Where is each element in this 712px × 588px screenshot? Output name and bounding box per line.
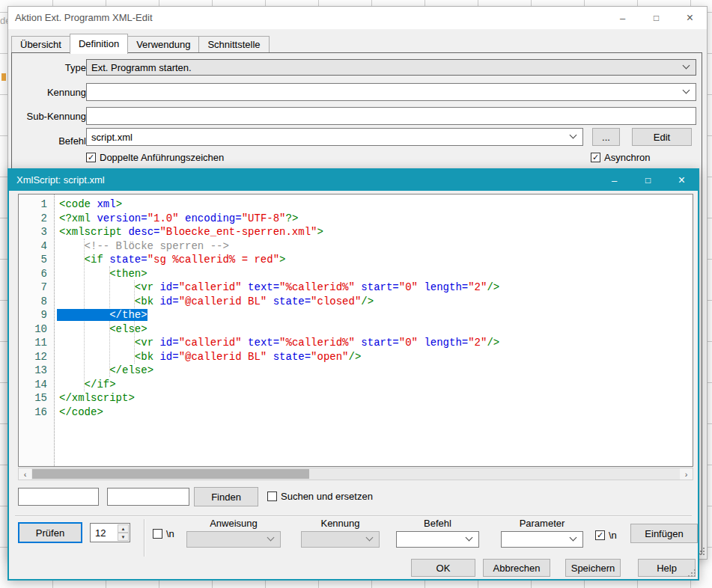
spinner-up-icon[interactable]: ▲ — [118, 524, 129, 533]
finden-button-label: Finden — [211, 491, 241, 503]
code-line[interactable]: </xmlscript> — [59, 391, 693, 405]
maximize-icon[interactable]: □ — [631, 169, 665, 192]
newline-left-label: \n — [166, 528, 174, 539]
maximize-icon[interactable]: □ — [639, 7, 673, 29]
anweisung-dropdown[interactable] — [186, 531, 281, 548]
code-line[interactable]: <code xml> — [59, 197, 693, 212]
tab-verwendung[interactable]: Verwendung — [127, 36, 199, 53]
chevron-down-icon — [366, 534, 374, 542]
finden-button[interactable]: Finden — [194, 487, 258, 506]
code-line[interactable]: </code> — [59, 405, 693, 420]
befehl-label: Befehl — [22, 135, 86, 147]
line-number: 7 — [19, 281, 54, 295]
code-line[interactable]: <then> — [59, 267, 693, 281]
code-line[interactable]: </the> — [59, 308, 693, 322]
abbrechen-button[interactable]: Abbrechen — [483, 559, 550, 577]
ok-button[interactable]: OK — [411, 559, 475, 577]
asynchron-checkbox[interactable]: ✓ Asynchron — [591, 152, 650, 163]
tab-uebersicht[interactable]: Übersicht — [11, 36, 70, 53]
line-number: 16 — [19, 405, 54, 420]
xmlscript-titlebar[interactable]: XmlScript: script.xml – □ × — [8, 169, 699, 191]
newline-right-label: \n — [609, 530, 617, 541]
einfuegen-button[interactable]: Einfügen — [630, 524, 698, 543]
befehl-dropdown[interactable]: script.xml — [86, 128, 583, 146]
xml-code-editor[interactable]: 12345678910111213141516 <code xml><?xml … — [18, 194, 693, 467]
background-artifact — [1, 73, 6, 81]
speichern-button-label: Speichern — [571, 563, 615, 574]
type-dropdown[interactable]: Ext. Programm starten. — [86, 59, 696, 76]
edit-button[interactable]: Edit — [632, 128, 692, 146]
xmlscript-resize-grip[interactable] — [687, 568, 696, 578]
tab-definition[interactable]: Definition — [70, 34, 128, 54]
browse-button[interactable]: ... — [592, 128, 620, 146]
code-line[interactable]: <bk id="@callerid BL" state="closed"/> — [59, 295, 693, 309]
minimize-icon[interactable]: – — [597, 169, 631, 192]
code-line[interactable]: <else> — [59, 322, 693, 337]
chevron-down-icon — [683, 62, 690, 70]
chevron-down-icon — [267, 534, 275, 542]
kennung-dropdown[interactable] — [86, 83, 696, 101]
parameter-dropdown[interactable] — [501, 531, 583, 548]
code-line[interactable]: <vr id="callerid" text="%callerid%" star… — [59, 281, 693, 295]
code-line[interactable]: <?xml version="1.0" encoding="UTF-8"?> — [59, 212, 693, 226]
line-number: 9 — [19, 308, 54, 322]
desktop: { "background": { "fragment": "den" }, "… — [0, 0, 712, 588]
editor-horizontal-scrollbar[interactable]: ‹ › — [18, 468, 693, 480]
close-icon[interactable]: × — [673, 7, 707, 29]
code-line[interactable]: </if> — [59, 378, 693, 392]
suchen-und-ersetzen-checkbox[interactable]: Suchen und ersetzen — [267, 491, 373, 502]
suchen-und-ersetzen-label: Suchen und ersetzen — [281, 491, 373, 502]
sub-kennung-input[interactable] — [86, 107, 696, 125]
code-line[interactable]: <if state="sg %callerid% = red"> — [59, 253, 693, 267]
help-button-label: Help — [657, 563, 677, 574]
pruefen-button[interactable]: Prüfen — [18, 522, 82, 543]
dialog-titlebar[interactable]: Aktion Ext. Programm XML-Edit – □ × — [8, 7, 707, 29]
editor-gutter: 12345678910111213141516 — [19, 195, 55, 466]
doppelte-anfuehrungszeichen-label: Doppelte Anführungszeichen — [100, 152, 224, 163]
doppelte-anfuehrungszeichen-checkbox[interactable]: ✓ Doppelte Anführungszeichen — [86, 152, 224, 163]
chevron-down-icon — [466, 534, 473, 542]
line-number: 13 — [19, 364, 54, 378]
tab-schnittstelle[interactable]: Schnittstelle — [198, 36, 269, 53]
find-input-2[interactable] — [107, 488, 189, 506]
scroll-right-icon[interactable]: › — [680, 468, 693, 480]
newline-right-checkbox[interactable]: ✓ \n — [595, 530, 617, 541]
line-number: 3 — [19, 225, 54, 239]
einfuegen-button-label: Einfügen — [645, 528, 683, 539]
abbrechen-button-label: Abbrechen — [493, 563, 541, 574]
line-number: 2 — [19, 212, 54, 226]
line-number: 11 — [19, 336, 54, 350]
find-input-1[interactable] — [18, 488, 99, 506]
kennung-label: Kennung — [22, 87, 86, 98]
editor-code[interactable]: <code xml><?xml version="1.0" encoding="… — [55, 195, 693, 466]
scrollbar-thumb[interactable] — [32, 469, 309, 479]
chevron-down-icon — [570, 534, 577, 542]
newline-left-checkbox[interactable]: \n — [153, 528, 174, 539]
dialog-title: Aktion Ext. Programm XML-Edit — [15, 12, 153, 23]
line-number: 5 — [19, 253, 54, 267]
code-line[interactable]: <xmlscript desc="Bloecke_ent-sperren.xml… — [59, 225, 693, 239]
parameter-label: Parameter — [501, 518, 583, 529]
checkbox-empty — [267, 491, 277, 501]
line-number-spinner[interactable]: 12 ▲ ▼ — [90, 523, 130, 542]
spinner-down-icon[interactable]: ▼ — [118, 533, 129, 541]
close-icon[interactable]: × — [665, 169, 699, 192]
code-line[interactable]: </else> — [59, 364, 693, 378]
code-line[interactable]: <bk id="@callerid BL" state="open"/> — [59, 350, 693, 364]
xmlscript-title: XmlScript: script.xml — [16, 174, 105, 186]
type-value: Ext. Programm starten. — [91, 62, 192, 73]
code-line[interactable]: <!-- Blöcke sperren --> — [59, 239, 693, 254]
asynchron-label: Asynchron — [604, 152, 650, 163]
line-number: 10 — [19, 322, 54, 337]
speichern-button[interactable]: Speichern — [565, 559, 621, 577]
line-number: 14 — [19, 378, 54, 392]
edit-button-label: Edit — [654, 132, 670, 143]
minimize-icon[interactable]: – — [606, 7, 639, 29]
befehl-toolbar-dropdown[interactable] — [396, 531, 479, 548]
type-label: Type — [22, 62, 86, 73]
kennung-toolbar-dropdown[interactable] — [301, 531, 380, 548]
code-line[interactable]: <vr id="callerid" text="%callerid%" star… — [59, 336, 693, 350]
window-xmlscript: XmlScript: script.xml – □ × 123456789101… — [7, 168, 699, 581]
scroll-left-icon[interactable]: ‹ — [19, 468, 31, 480]
chevron-down-icon — [683, 87, 690, 94]
